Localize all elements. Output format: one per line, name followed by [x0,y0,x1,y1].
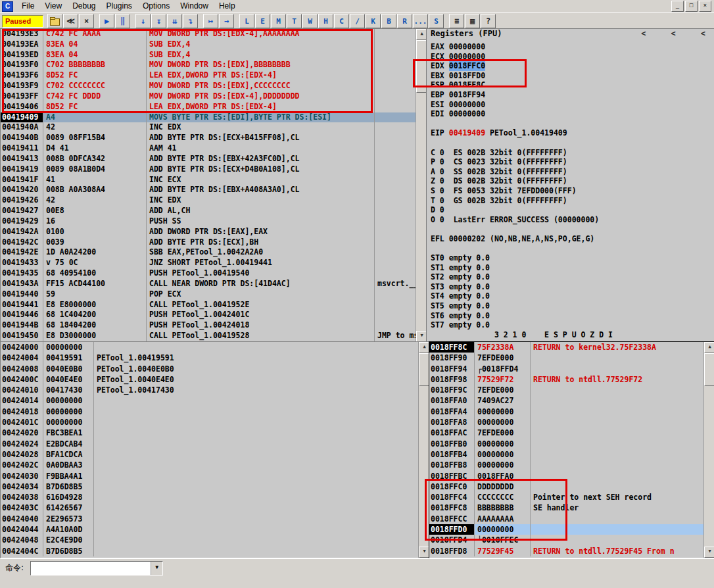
go-to-address-button[interactable]: → [219,14,234,28]
open-file-button[interactable] [47,14,62,28]
close-program-button[interactable]: × [79,14,94,28]
disasm-row[interactable]: 004193E3C742 FC AAAAMOV DWORD PTR DS:[ED… [1,29,416,39]
menu-view[interactable]: View [39,0,67,12]
stack-row[interactable]: 0018FFB000000000 [429,439,704,449]
dump-row[interactable]: 0042401800000000 [1,406,419,417]
stack-row[interactable]: 0018FFAC7EFDE000 [429,428,704,438]
disasm-row[interactable]: 00419441E8 E8000000CALL PETool_1.0041952… [1,300,416,310]
disasm-row[interactable]: 0041942642INC EDX [1,195,416,206]
stack-row[interactable]: 0018FFA800000000 [429,417,704,428]
stack-row[interactable]: 0018FF9C7EFDE000 [429,385,704,395]
disasm-row[interactable]: 0041940B0089 08FF15B4ADD BYTE PTR DS:[EC… [1,133,416,143]
memory-dump-pane[interactable]: 00424000000000000042400400419591PETool_1… [0,341,430,558]
disasm-row[interactable]: 0041940A42INC EDX [1,122,416,133]
stack-row[interactable]: 0018FFC8BBBBBBBBSE handler [429,502,704,513]
scroll-up-icon[interactable]: ▲ [704,342,714,353]
register-row[interactable] [427,243,714,253]
view-handles-button[interactable]: H [318,14,333,28]
register-row[interactable]: EFL 00000202 (NO,NB,NE,A,NS,PO,GE,G) [427,234,714,244]
stack-row[interactable]: 0018FFBC0018FFA0 [429,471,704,481]
disasm-row[interactable]: 00419411D4 41AAM 41 [1,143,416,154]
menu-plugins[interactable]: Plugins [101,0,137,12]
stack-row[interactable]: 0018FFC4CCCCCCCCPointer to next SEH reco… [429,492,704,502]
disassembly-pane[interactable]: 004193E3C742 FC AAAAMOV DWORD PTR DS:[ED… [0,28,427,343]
register-row[interactable]: EBP 0018FF94 [427,90,714,100]
register-row[interactable]: Z 0 DS 002B 32bit 0(FFFFFFFF) [427,176,714,186]
menu-window[interactable]: Window [175,0,214,12]
stack-row[interactable]: 0018FF8C75F2338ARETURN to kernel32.75F23… [429,342,704,353]
stack-row[interactable]: 0018FFD4└0018FFEC [429,535,704,545]
close-button[interactable]: × [699,1,711,12]
dump-row[interactable]: 0042400C0040E4E0PETool_1.0040E4E0 [1,374,419,385]
debugging-options-button[interactable]: ≡ [449,14,464,28]
view-call-stack-button[interactable]: K [366,14,381,28]
register-row[interactable]: ST5 empty 0.0 [427,301,714,311]
dump-row[interactable]: 00424030F9BBA4A1 [1,471,419,481]
execute-till-return-button[interactable]: ↦ [203,14,218,28]
register-row[interactable] [427,138,714,148]
register-row[interactable]: ST2 empty 0.0 [427,272,714,282]
disasm-row[interactable]: 0041942A0100ADD DWORD PTR DS:[EAX],EAX [1,227,416,237]
register-row[interactable]: EIP 00419409 PETool_1.00419409 [427,128,714,138]
register-row[interactable]: ECX 00000000 [427,52,714,62]
register-row[interactable]: D 0 [427,205,714,215]
view-threads-button[interactable]: T [287,14,302,28]
register-row[interactable]: A 0 SS 002B 32bit 0(FFFFFFFF) [427,167,714,177]
dump-row[interactable]: 004240080040E0B0PETool_1.0040E0B0 [1,364,419,374]
stack-row[interactable]: 0018FF907EFDE000 [429,353,704,363]
stack-row[interactable]: 0018FF94┌0018FFD4 [429,364,704,374]
register-row[interactable]: ST1 empty 0.0 [427,263,714,273]
disasm-row[interactable]: 00419420008B A0A308A4ADD BYTE PTR DS:[EB… [1,185,416,195]
dump-row[interactable]: 00424020FBC3BEA1 [1,428,419,438]
view-breakpoints-button[interactable]: B [381,14,396,28]
register-row[interactable]: O 0 LastErr ERROR_SUCCESS (00000000) [427,215,714,225]
stack-row[interactable]: 0018FFB800000000 [429,460,704,470]
disasm-row[interactable]: 0041944B68 18404200PUSH PETool_1.0042401… [1,320,416,331]
disasm-row[interactable]: 00419433v 75 0CJNZ SHORT PETool_1.004194… [1,258,416,268]
disasm-row[interactable]: 0041944059POP ECX [1,289,416,300]
register-row[interactable]: ST3 empty 0.0 [427,282,714,292]
view-references-button[interactable]: R [397,14,412,28]
dump-row[interactable]: 00424024E2BDCAB4 [1,439,419,449]
register-row[interactable]: EDI 00000000 [427,109,714,119]
step-over-button[interactable]: ↧ [151,14,166,28]
scrollbar[interactable]: ▲▼ [418,342,429,558]
view-run-trace-button[interactable]: ... [413,14,428,28]
dump-row[interactable]: 00424044A4A10A0D [1,524,419,535]
dump-row[interactable]: 0042404CB7D6D8B5 [1,546,419,556]
register-row[interactable]: EDX 0018FFC0 [427,61,714,71]
menu-options[interactable]: Options [137,0,175,12]
stack-row[interactable]: 0018FFD000000000 [429,524,704,535]
register-row[interactable]: C 0 ES 002B 32bit 0(FFFFFFFF) [427,148,714,158]
register-row[interactable]: 3 2 1 0 E S P U O Z D I [427,330,714,340]
pane-collapse-icon[interactable]: < [671,29,676,42]
stack-row[interactable]: 0018FFB400000000 [429,449,704,460]
stack-row[interactable]: 0018FFA400000000 [429,406,704,417]
pause-button[interactable]: ‖ [115,14,130,28]
disasm-row[interactable]: 004193FFC742 FC DDDDMOV DWORD PTR DS:[ED… [1,91,416,102]
pane-collapse-icon[interactable]: < [701,29,705,42]
register-row[interactable]: EAX 00000000 [427,42,714,52]
dump-row[interactable]: 0042402C0A0DBAA3 [1,460,419,470]
run-button[interactable]: ▶ [99,14,114,28]
dump-row[interactable]: 0042401C00000000 [1,417,419,428]
dump-row[interactable]: 00424038616D4928 [1,492,419,502]
view-log-button[interactable]: L [239,14,254,28]
help-button[interactable]: ? [481,14,496,28]
animate-into-button[interactable]: ⇊ [167,14,182,28]
cpu-window-icon[interactable]: C [2,1,13,12]
stack-pane[interactable]: 0018FF8C75F2338ARETURN to kernel32.75F23… [429,341,714,558]
disasm-row[interactable]: 004193ED83EA 04SUB EDX,4 [1,50,416,61]
stack-row[interactable]: 0018FF9877529F72RETURN to ntdll.77529F72 [429,374,704,385]
scroll-down-icon[interactable]: ▼ [704,547,714,558]
dump-row[interactable]: 00424028BFA1CDCA [1,449,419,460]
disasm-row[interactable]: 0041944668 1C404200PUSH PETool_1.0042401… [1,310,416,320]
view-patches-button[interactable]: / [350,14,365,28]
menu-debug[interactable]: Debug [67,0,101,12]
register-row[interactable]: S 0 FS 0053 32bit 7EFDD000(FFF) [427,186,714,196]
register-row[interactable]: ST7 empty 0.0 [427,320,714,330]
register-row[interactable]: ST6 empty 0.0 [427,311,714,321]
stack-row[interactable]: 0018FFD877529F45RETURN to ntdll.77529F45… [429,546,704,556]
registers-pane[interactable]: Registers (FPU) <<< EAX 00000000ECX 0000… [426,28,714,343]
disasm-row[interactable]: 0041942700E8ADD AL,CH [1,206,416,216]
